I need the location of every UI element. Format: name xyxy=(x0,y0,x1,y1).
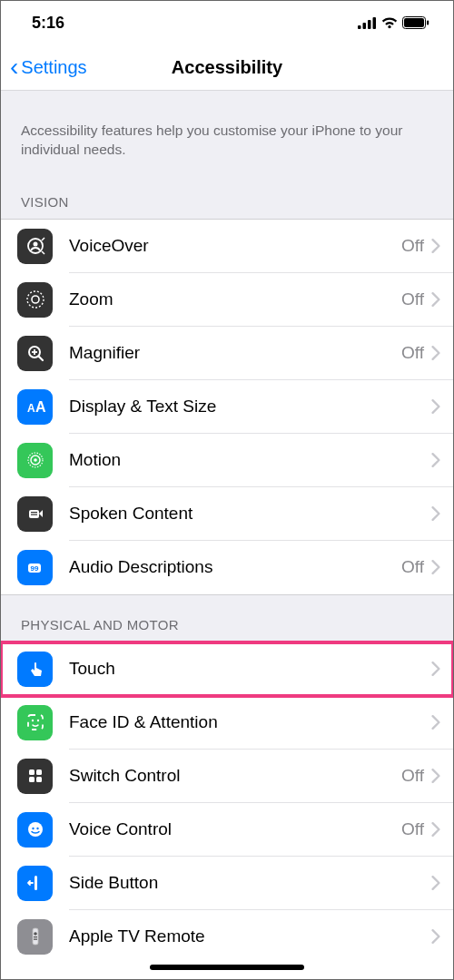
chevron-right-icon xyxy=(431,346,440,360)
textsize-icon xyxy=(17,389,53,425)
audiodesc-icon xyxy=(17,550,53,585)
row-label: Switch Control xyxy=(69,766,401,786)
row-spoken[interactable]: Spoken Content xyxy=(1,487,453,541)
row-body: ZoomOff xyxy=(69,273,453,327)
chevron-right-icon xyxy=(431,239,440,253)
home-indicator[interactable] xyxy=(150,965,304,970)
row-body: Motion xyxy=(69,434,453,487)
chevron-right-icon xyxy=(431,822,440,837)
row-label: Motion xyxy=(69,450,431,470)
row-motion[interactable]: Motion xyxy=(1,434,453,487)
row-value: Off xyxy=(401,343,424,363)
row-faceid[interactable]: Face ID & Attention xyxy=(1,696,453,750)
row-body: Touch xyxy=(69,642,453,696)
section-header-vision: VISION xyxy=(1,174,453,219)
row-textsize[interactable]: Display & Text Size xyxy=(1,380,453,434)
chevron-right-icon xyxy=(431,292,440,307)
intro-text: Accessibility features help you customis… xyxy=(21,122,433,160)
row-value: Off xyxy=(401,289,424,309)
section-header-physical: PHYSICAL AND MOTOR xyxy=(1,594,453,642)
row-label: Voice Control xyxy=(69,819,401,839)
row-body: Audio DescriptionsOff xyxy=(69,541,453,594)
magnifier-icon xyxy=(17,336,53,371)
zoom-icon xyxy=(17,282,53,318)
voiceover-icon xyxy=(17,229,53,264)
svg-rect-2 xyxy=(368,20,371,29)
voicecontrol-icon xyxy=(17,812,53,848)
svg-rect-5 xyxy=(404,18,424,27)
row-touch[interactable]: Touch xyxy=(1,642,453,696)
nav-bar: ‹ Settings Accessibility xyxy=(1,44,453,90)
row-value: Off xyxy=(401,766,424,786)
row-label: Magnifier xyxy=(69,343,401,363)
status-time: 5:16 xyxy=(32,14,64,33)
row-value: Off xyxy=(401,236,424,256)
row-sidebutton[interactable]: Side Button xyxy=(1,857,453,910)
row-label: Spoken Content xyxy=(69,504,431,524)
row-magnifier[interactable]: MagnifierOff xyxy=(1,327,453,380)
row-body: Face ID & Attention xyxy=(69,696,453,750)
motion-icon xyxy=(17,443,53,478)
back-label: Settings xyxy=(21,57,86,78)
row-label: Face ID & Attention xyxy=(69,712,431,732)
row-label: Zoom xyxy=(69,289,401,309)
svg-rect-3 xyxy=(373,17,377,29)
chevron-right-icon xyxy=(431,399,440,414)
chevron-left-icon: ‹ xyxy=(10,54,18,80)
row-body: Switch ControlOff xyxy=(69,750,453,803)
intro-section: Accessibility features help you customis… xyxy=(1,90,453,174)
status-indicators xyxy=(358,16,429,29)
chevron-right-icon xyxy=(431,506,440,521)
row-switchcontrol[interactable]: Switch ControlOff xyxy=(1,750,453,803)
chevron-right-icon xyxy=(431,662,440,676)
spoken-icon xyxy=(17,496,53,532)
row-label: Audio Descriptions xyxy=(69,557,401,577)
row-label: Apple TV Remote xyxy=(69,926,431,946)
list-physical: TouchFace ID & AttentionSwitch ControlOf… xyxy=(1,642,453,964)
svg-rect-1 xyxy=(363,23,367,29)
row-zoom[interactable]: ZoomOff xyxy=(1,273,453,327)
switchcontrol-icon xyxy=(17,759,53,794)
chevron-right-icon xyxy=(431,715,440,730)
row-remote[interactable]: Apple TV Remote xyxy=(1,910,453,964)
cellular-icon xyxy=(358,17,377,29)
row-audiodesc[interactable]: Audio DescriptionsOff xyxy=(1,541,453,594)
back-button[interactable]: ‹ Settings xyxy=(10,54,87,80)
row-body: MagnifierOff xyxy=(69,327,453,380)
remote-icon xyxy=(17,919,53,955)
chevron-right-icon xyxy=(431,929,440,944)
list-vision: VoiceOverOffZoomOffMagnifierOffDisplay &… xyxy=(1,219,453,594)
row-body: Display & Text Size xyxy=(69,380,453,434)
row-value: Off xyxy=(401,557,424,577)
row-body: Apple TV Remote xyxy=(69,910,453,964)
row-body: Side Button xyxy=(69,857,453,910)
svg-rect-0 xyxy=(358,25,361,29)
page-title: Accessibility xyxy=(172,57,282,78)
chevron-right-icon xyxy=(431,876,440,890)
row-body: Spoken Content xyxy=(69,487,453,541)
touch-icon xyxy=(17,652,53,687)
chevron-right-icon xyxy=(431,453,440,467)
chevron-right-icon xyxy=(431,560,440,574)
row-body: VoiceOverOff xyxy=(69,220,453,273)
row-value: Off xyxy=(401,819,424,839)
sidebutton-icon xyxy=(17,866,53,901)
svg-rect-6 xyxy=(427,21,429,25)
row-voicecontrol[interactable]: Voice ControlOff xyxy=(1,803,453,857)
battery-icon xyxy=(402,16,429,29)
row-body: Voice ControlOff xyxy=(69,803,453,857)
status-bar: 5:16 xyxy=(1,1,453,44)
row-label: VoiceOver xyxy=(69,236,401,256)
wifi-icon xyxy=(380,16,399,29)
row-label: Touch xyxy=(69,659,431,679)
row-label: Side Button xyxy=(69,873,431,893)
row-label: Display & Text Size xyxy=(69,397,431,416)
faceid-icon xyxy=(17,705,53,740)
chevron-right-icon xyxy=(431,769,440,783)
row-voiceover[interactable]: VoiceOverOff xyxy=(1,220,453,273)
